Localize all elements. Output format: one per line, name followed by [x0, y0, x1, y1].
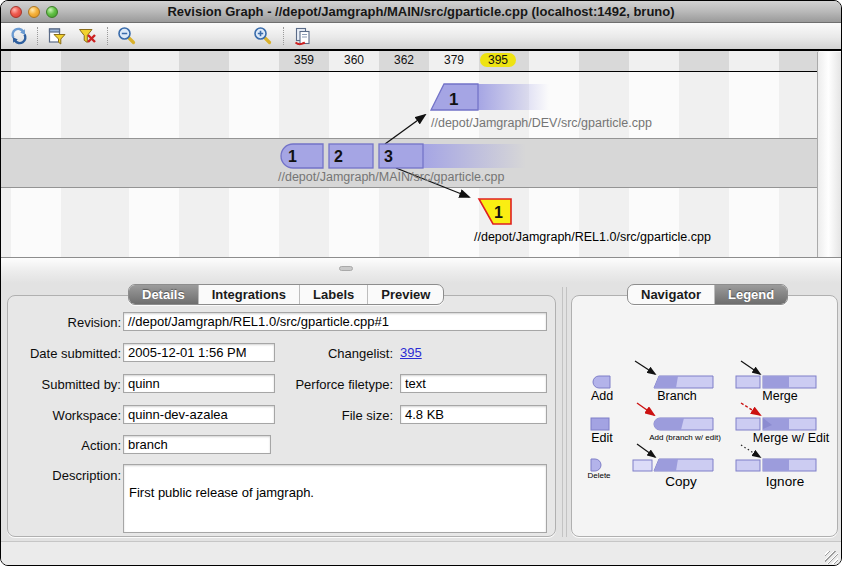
revision-field[interactable]: //depot/Jamgraph/REL1.0/src/gparticle.cp… — [123, 312, 547, 331]
dev-rev1-number: 1 — [449, 90, 458, 109]
details-tabstrip: Details Integrations Labels Preview — [128, 284, 444, 305]
revision-label: Revision: — [11, 315, 121, 330]
revision-boxes-layer: 1 1 2 3 1 — [1, 49, 819, 257]
clear-filter-icon[interactable] — [77, 26, 97, 46]
branch-arrow-to-dev — [385, 115, 425, 144]
legend-label-ignore: Ignore — [753, 474, 817, 489]
legend-merge-edit-stub — [736, 418, 760, 430]
horizontal-splitter[interactable] — [1, 257, 841, 283]
zoom-out-icon[interactable] — [117, 26, 137, 46]
date-submitted-label: Date submitted: — [11, 346, 121, 361]
main-rev1-number: 1 — [288, 148, 297, 165]
status-footer — [1, 541, 841, 566]
description-text: First public release of jamgraph. — [124, 465, 546, 500]
action-field[interactable]: branch — [123, 435, 271, 454]
legend-add-bwe-shape-dark — [654, 418, 684, 430]
revision-graph-canvas: 359 360 362 379 395 — [1, 49, 841, 257]
legend-ignore-arrow — [741, 445, 760, 457]
toolbar-separator — [37, 27, 38, 45]
legend-edit-shape — [591, 418, 609, 430]
changelist-details-icon[interactable] — [293, 26, 313, 46]
dev-path-label: //depot/Jamgraph/DEV/src/gparticle.cpp — [431, 116, 652, 130]
legend-merge-shape-dark — [763, 376, 789, 388]
tab-details[interactable]: Details — [129, 285, 198, 304]
dev-rev1-tail — [478, 84, 549, 110]
refresh-icon[interactable] — [9, 26, 29, 46]
legend-copy-arrow — [637, 444, 655, 457]
legend-label-delete: Delete — [579, 471, 619, 480]
title-bar[interactable]: Revision Graph - //depot/Jamgraph/MAIN/s… — [1, 1, 841, 23]
date-submitted-field[interactable]: 2005-12-01 1:56 PM — [123, 343, 275, 362]
legend-diagram — [571, 295, 838, 537]
file-size-field[interactable]: 4.8 KB — [400, 405, 547, 424]
legend-branch-shape-dark — [654, 376, 678, 388]
main-rev3-tail — [423, 144, 526, 168]
description-label: Description: — [11, 468, 121, 483]
legend-merge-edit-arrow — [741, 403, 760, 415]
tab-labels[interactable]: Labels — [299, 285, 367, 304]
rel-path-label: //depot/Jamgraph/REL1.0/src/gparticle.cp… — [474, 230, 711, 244]
legend-add-shape — [593, 376, 610, 388]
legend-label-merge-edit: Merge w/ Edit — [741, 431, 841, 445]
legend-label-edit: Edit — [577, 431, 627, 445]
legend-add-bwe-arrow — [637, 403, 654, 415]
toolbar-separator — [283, 27, 284, 45]
resize-grip[interactable] — [825, 551, 838, 564]
legend-label-merge: Merge — [749, 389, 811, 403]
action-label: Action: — [11, 438, 121, 453]
window-title: Revision Graph - //depot/Jamgraph/MAIN/s… — [1, 4, 841, 19]
main-path-label: //depot/Jamgraph/MAIN/src/gparticle.cpp — [278, 170, 505, 184]
bottom-panel-area: Details Integrations Labels Preview Navi… — [1, 283, 841, 541]
submitted-by-field[interactable]: quinn — [123, 374, 275, 393]
perforce-filetype-label: Perforce filetype: — [271, 377, 393, 392]
legend-branch-arrow — [635, 361, 655, 374]
rel-rev1-number: 1 — [494, 204, 503, 221]
perforce-filetype-field[interactable]: text — [400, 374, 547, 393]
workspace-label: Workspace: — [11, 408, 121, 423]
main-rev3-number: 3 — [384, 148, 393, 165]
legend-label-add-bwe: Add (branch w/ edit) — [637, 433, 733, 442]
main-rev2-number: 2 — [334, 148, 343, 165]
submitted-by-label: Submitted by: — [11, 377, 121, 392]
legend-ignore-shape-dark — [763, 459, 789, 471]
legend-label-branch: Branch — [647, 389, 707, 403]
graph-vertical-scrollbar[interactable] — [817, 52, 841, 257]
splitter-grip[interactable] — [339, 266, 353, 271]
panel-vertical-splitter[interactable] — [562, 287, 567, 537]
legend-delete-shape — [591, 459, 601, 471]
changelist-label: Changelist: — [271, 346, 393, 361]
changelist-link[interactable]: 395 — [400, 345, 422, 360]
legend-label-add: Add — [577, 389, 627, 403]
workspace-field[interactable]: quinn-dev-azalea — [123, 405, 275, 424]
legend-label-copy: Copy — [651, 474, 711, 489]
legend-ignore-stub — [736, 460, 760, 471]
legend-copy-stub — [633, 460, 652, 471]
revision-graph-window: Revision Graph - //depot/Jamgraph/MAIN/s… — [0, 0, 842, 566]
legend-merge-stub — [736, 376, 760, 388]
tab-integrations[interactable]: Integrations — [198, 285, 299, 304]
toolbar-separator — [107, 27, 108, 45]
legend-copy-shape-dark — [654, 459, 678, 471]
description-field[interactable]: First public release of jamgraph. — [123, 464, 547, 533]
zoom-in-icon[interactable] — [253, 26, 273, 46]
file-filter-icon[interactable] — [47, 26, 67, 46]
toolbar — [1, 23, 841, 49]
file-size-label: File size: — [271, 408, 393, 423]
legend-merge-arrow — [741, 361, 760, 374]
tab-preview[interactable]: Preview — [367, 285, 443, 304]
